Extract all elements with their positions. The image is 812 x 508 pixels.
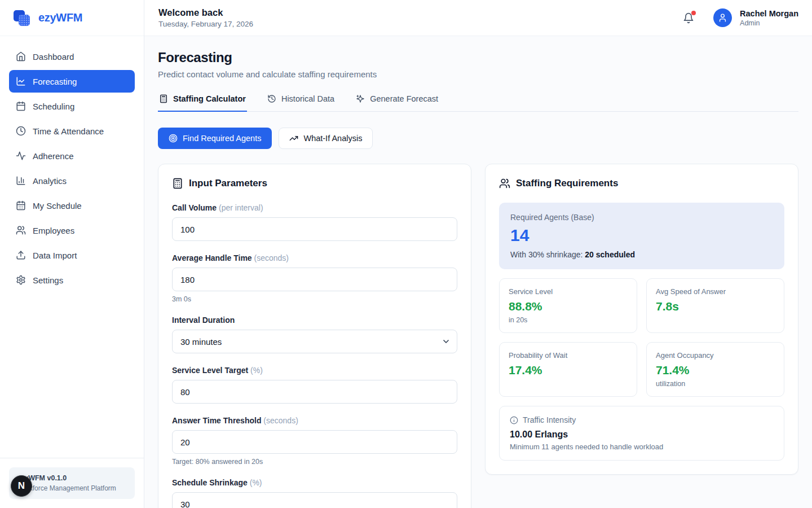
notification-dot: [691, 11, 696, 15]
metric-label: Agent Occupancy: [656, 351, 775, 360]
metric-value: 88.8%: [509, 300, 628, 313]
field-unit: (per interval): [219, 203, 263, 212]
field-label: Call Volume (per interval): [172, 203, 263, 212]
metric-value: 17.4%: [509, 364, 628, 377]
sidebar-item-settings[interactable]: Settings: [9, 269, 135, 291]
sidebar-item-label: Scheduling: [33, 102, 74, 111]
field-service-level-target: Service Level Target (%): [172, 365, 457, 404]
sidebar-item-label: Data Import: [33, 251, 77, 260]
sidebar-item-label: Analytics: [33, 176, 67, 186]
find-required-agents-button[interactable]: Find Required Agents: [158, 128, 272, 149]
welcome-title: Welcome back: [158, 7, 253, 18]
sidebar-item-forecasting[interactable]: Forecasting: [9, 70, 135, 93]
field-unit: (seconds): [263, 416, 298, 425]
input-parameters-card: Input Parameters Call Volume (per interv…: [158, 164, 471, 508]
user-name: Rachel Morgan: [740, 9, 798, 18]
button-label: What-If Analysis: [303, 134, 362, 143]
input-parameters-header: Input Parameters: [172, 178, 457, 189]
sidebar-item-label: Forecasting: [33, 77, 77, 86]
calculator-icon: [159, 94, 168, 103]
user-avatar[interactable]: [713, 8, 732, 27]
field-unit: (%): [250, 478, 262, 487]
field-label: Interval Duration: [172, 316, 235, 325]
answer-time-threshold-input[interactable]: [172, 430, 457, 454]
action-buttons: Find Required Agents What-If Analysis: [158, 128, 798, 149]
sidebar-item-data-import[interactable]: Data Import: [9, 244, 135, 266]
required-agents-highlight: Required Agents (Base) 14 With 30% shrin…: [499, 203, 784, 269]
sidebar-item-scheduling[interactable]: Scheduling: [9, 95, 135, 117]
dev-tools-badge[interactable]: N: [11, 475, 32, 497]
users-icon: [499, 178, 510, 189]
sidebar-item-analytics[interactable]: Analytics: [9, 169, 135, 192]
field-unit: (seconds): [254, 253, 289, 262]
field-average-handle-time: Average Handle Time (seconds) 3m 0s: [172, 253, 457, 303]
sidebar-nav: Dashboard Forecasting Scheduling Time & …: [0, 36, 144, 458]
target-icon: [169, 134, 178, 143]
interval-duration-select-wrap: 30 minutes: [172, 330, 457, 353]
trending-up-icon: [289, 134, 298, 143]
traffic-intensity-note: Minimum 11 agents needed to handle workl…: [510, 443, 774, 451]
field-unit: (%): [250, 366, 263, 375]
call-volume-input[interactable]: [172, 217, 457, 241]
traffic-intensity-box: Traffic Intensity 10.00 Erlangs Minimum …: [499, 406, 784, 461]
sidebar-item-employees[interactable]: Employees: [9, 219, 135, 242]
sidebar-item-label: Adherence: [33, 151, 74, 161]
home-icon: [16, 51, 26, 62]
page-subtitle: Predict contact volume and calculate sta…: [158, 69, 798, 79]
user-info: Rachel Morgan Admin: [740, 9, 798, 27]
metric-value: 7.8s: [656, 300, 775, 313]
calendar-days-icon: [16, 200, 26, 211]
sparkles-icon: [356, 94, 365, 103]
metric-agent-occupancy: Agent Occupancy 71.4% utilization: [646, 342, 784, 397]
shrinkage-note: With 30% shrinkage: 20 scheduled: [510, 250, 773, 259]
field-interval-duration: Interval Duration 30 minutes: [172, 315, 457, 353]
user-role: Admin: [740, 19, 798, 27]
chart-line-icon: [16, 76, 26, 86]
activity-icon: [16, 151, 26, 161]
header-right: Rachel Morgan Admin: [683, 8, 798, 27]
tab-staffing-calculator[interactable]: Staffing Calculator: [158, 93, 247, 112]
schedule-shrinkage-input[interactable]: [172, 492, 457, 508]
tab-label: Staffing Calculator: [173, 94, 246, 103]
page-content: Forecasting Predict contact volume and c…: [144, 36, 812, 508]
cards-row: Input Parameters Call Volume (per interv…: [158, 164, 798, 508]
traffic-intensity-value: 10.00 Erlangs: [510, 430, 774, 440]
average-handle-time-input[interactable]: [172, 268, 457, 291]
metric-sub: utilization: [656, 380, 775, 388]
staffing-requirements-header: Staffing Requirements: [499, 178, 784, 189]
card-title: Staffing Requirements: [516, 178, 618, 189]
top-header: Welcome back Tuesday, February 17, 2026 …: [144, 0, 812, 36]
gear-icon: [16, 275, 26, 285]
users-icon: [16, 225, 26, 235]
sidebar-item-label: Settings: [33, 275, 63, 285]
sidebar-item-dashboard[interactable]: Dashboard: [9, 45, 135, 68]
field-label: Service Level Target (%): [172, 366, 263, 375]
brand-name: ezyWFM: [38, 11, 82, 24]
brand-logo[interactable]: ezyWFM: [0, 0, 144, 36]
interval-duration-select[interactable]: 30 minutes: [172, 330, 457, 353]
what-if-analysis-button[interactable]: What-If Analysis: [279, 128, 373, 149]
tab-generate-forecast[interactable]: Generate Forecast: [355, 93, 439, 112]
tab-bar: Staffing Calculator Historical Data Gene…: [158, 93, 798, 112]
brand-logo-icon: [14, 9, 32, 27]
app-tagline: Workforce Management Platform: [17, 484, 127, 492]
header-greeting: Welcome back Tuesday, February 17, 2026: [158, 7, 253, 28]
field-schedule-shrinkage: Schedule Shrinkage (%): [172, 478, 457, 508]
sidebar-item-time-attendance[interactable]: Time & Attendance: [9, 120, 135, 142]
notifications-button[interactable]: [683, 12, 694, 24]
sidebar-item-my-schedule[interactable]: My Schedule: [9, 194, 135, 217]
sidebar-item-adherence[interactable]: Adherence: [9, 144, 135, 167]
main-area: Welcome back Tuesday, February 17, 2026 …: [144, 0, 812, 508]
service-level-target-input[interactable]: [172, 380, 457, 404]
scheduled-count: 20 scheduled: [585, 250, 635, 259]
field-call-volume: Call Volume (per interval): [172, 203, 457, 241]
field-answer-time-threshold: Answer Time Threshold (seconds) Target: …: [172, 415, 457, 466]
app-version: ezyWFM v0.1.0: [17, 474, 127, 482]
clock-icon: [16, 126, 26, 136]
field-label: Average Handle Time (seconds): [172, 253, 289, 262]
field-helper: 3m 0s: [172, 295, 457, 303]
tab-historical-data[interactable]: Historical Data: [266, 93, 336, 112]
metric-label: Avg Speed of Answer: [656, 287, 775, 296]
info-icon: [510, 416, 518, 424]
card-title: Input Parameters: [189, 178, 267, 189]
